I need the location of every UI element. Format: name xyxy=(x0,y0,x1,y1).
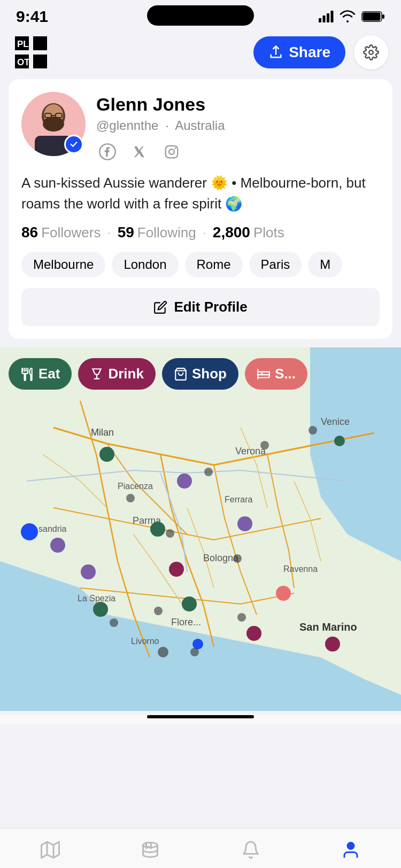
filter-eat-button[interactable]: Eat xyxy=(9,358,72,390)
country-text: Australia xyxy=(175,118,225,133)
followers-label: Followers xyxy=(41,224,101,241)
svg-text:Flore...: Flore... xyxy=(171,617,201,627)
bell-nav-icon xyxy=(241,840,260,859)
city-tag-paris[interactable]: Paris xyxy=(249,252,302,277)
twitter-x-icon[interactable] xyxy=(128,141,151,163)
eat-label: Eat xyxy=(38,366,60,382)
city-tag-rome[interactable]: Rome xyxy=(185,252,243,277)
nav-item-plots[interactable] xyxy=(130,837,171,863)
svg-rect-2 xyxy=(327,13,329,22)
svg-point-57 xyxy=(204,468,213,476)
shop-label: Shop xyxy=(192,366,227,382)
svg-point-51 xyxy=(276,586,291,601)
svg-text:Venice: Venice xyxy=(321,416,350,427)
bottom-nav xyxy=(0,828,401,868)
profile-header: Glenn Jones @glennthe · Australia xyxy=(21,92,380,163)
signal-icon xyxy=(319,11,334,22)
following-count: 59 xyxy=(118,224,134,241)
profile-handle: @glennthe · Australia xyxy=(96,118,380,133)
map-nav-icon xyxy=(41,840,60,859)
svg-marker-69 xyxy=(41,842,59,858)
svg-point-44 xyxy=(177,474,192,489)
fork-knife-icon xyxy=(20,367,34,381)
svg-point-41 xyxy=(93,602,108,617)
facebook-icon[interactable] xyxy=(96,141,119,163)
handle-text: @glennthe xyxy=(96,118,158,133)
bed-icon xyxy=(257,367,271,381)
share-label: Share xyxy=(289,44,330,61)
svg-point-60 xyxy=(233,554,242,563)
profile-bio: A sun-kissed Aussie wanderer 🌞 • Melbour… xyxy=(21,173,380,214)
stats-row: 86 Followers · 59 Following · 2,800 Plot… xyxy=(21,224,380,241)
svg-point-48 xyxy=(21,523,38,540)
status-icons xyxy=(319,10,385,23)
svg-point-58 xyxy=(126,494,135,502)
filter-stay-button[interactable]: S... xyxy=(245,358,307,390)
svg-point-53 xyxy=(325,637,340,652)
plot-logo: PL OT xyxy=(13,34,49,71)
svg-point-39 xyxy=(99,447,114,462)
svg-point-63 xyxy=(190,648,199,656)
svg-point-50 xyxy=(246,626,261,641)
svg-text:Piacenza: Piacenza xyxy=(118,482,153,491)
wifi-icon xyxy=(339,10,356,23)
status-time: 9:41 xyxy=(16,7,48,26)
filter-drink-button[interactable]: Drink xyxy=(78,358,155,390)
drink-label: Drink xyxy=(108,366,143,382)
handle-separator: · xyxy=(165,118,169,133)
map-section: Milan Piacenza sandria Parma Ferrara Ver… xyxy=(0,347,401,711)
svg-rect-8 xyxy=(33,36,47,50)
map-container[interactable]: Milan Piacenza sandria Parma Ferrara Ver… xyxy=(0,347,401,711)
battery-icon xyxy=(361,11,385,22)
city-tag-london[interactable]: London xyxy=(112,252,178,277)
following-label: Following xyxy=(137,224,196,241)
profile-name: Glenn Jones xyxy=(96,94,380,115)
wine-icon xyxy=(90,367,104,381)
city-tag-melbourne[interactable]: Melbourne xyxy=(21,252,105,277)
cities-row: Melbourne London Rome Paris M xyxy=(21,252,380,277)
svg-text:San Marino: San Marino xyxy=(299,621,357,633)
svg-text:OT: OT xyxy=(17,57,30,67)
profile-info: Glenn Jones @glennthe · Australia xyxy=(96,92,380,163)
share-icon xyxy=(268,45,283,60)
svg-rect-6 xyxy=(382,14,384,19)
city-tag-more[interactable]: M xyxy=(308,252,342,277)
nav-item-notifications[interactable] xyxy=(230,837,271,863)
top-nav: PL OT Share xyxy=(0,29,401,79)
social-icons xyxy=(96,141,380,163)
edit-profile-button[interactable]: Edit Profile xyxy=(21,288,380,326)
svg-point-52 xyxy=(192,639,203,649)
bottom-nav-wrapper xyxy=(0,715,401,724)
avatar-wrapper xyxy=(21,92,86,156)
home-indicator xyxy=(147,715,254,718)
stat-sep-1: · xyxy=(107,224,111,241)
filter-shop-button[interactable]: Shop xyxy=(162,358,238,390)
svg-rect-68 xyxy=(261,372,263,374)
svg-text:sandria: sandria xyxy=(38,524,67,533)
plots-stat: 2,800 Plots xyxy=(213,224,284,241)
svg-point-59 xyxy=(166,529,174,538)
pencil-icon xyxy=(153,300,167,314)
nav-item-profile[interactable] xyxy=(330,837,371,863)
plots-label: Plots xyxy=(253,224,284,241)
svg-rect-5 xyxy=(363,13,381,21)
profile-card: Glenn Jones @glennthe · Australia xyxy=(9,79,392,339)
svg-point-47 xyxy=(81,564,96,579)
svg-rect-0 xyxy=(319,18,321,22)
svg-point-54 xyxy=(158,647,168,657)
followers-stat: 86 Followers xyxy=(21,224,101,241)
svg-point-40 xyxy=(150,522,165,537)
share-button[interactable]: Share xyxy=(253,36,345,68)
nav-item-map[interactable] xyxy=(30,837,71,863)
svg-point-24 xyxy=(174,148,176,149)
stat-sep-2: · xyxy=(203,224,206,241)
instagram-icon[interactable] xyxy=(160,141,183,163)
svg-point-64 xyxy=(237,613,246,622)
svg-point-42 xyxy=(182,596,197,611)
svg-point-56 xyxy=(309,426,317,435)
svg-point-75 xyxy=(348,843,354,849)
stay-label: S... xyxy=(275,366,296,382)
svg-point-49 xyxy=(169,562,184,577)
settings-button[interactable] xyxy=(354,35,388,69)
following-stat: 59 Following xyxy=(118,224,196,241)
